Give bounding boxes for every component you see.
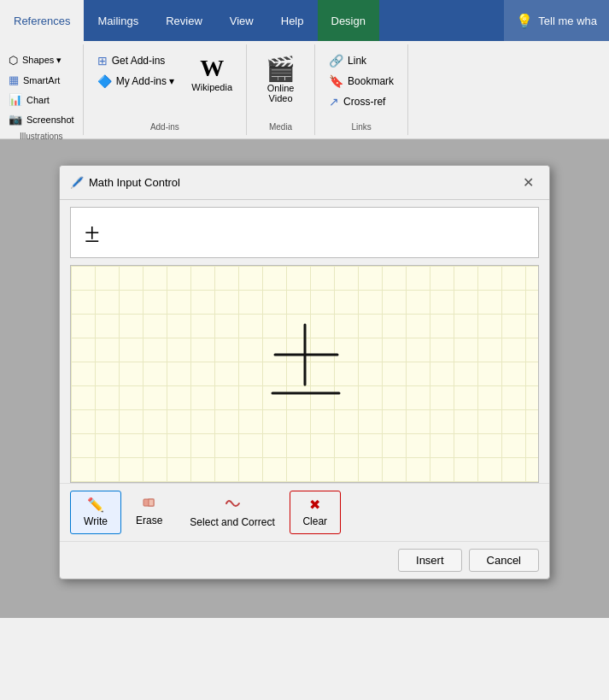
clear-icon: ✖	[309, 497, 320, 513]
tell-me-bar[interactable]: 💡 Tell me wha	[504, 0, 609, 41]
smartart-icon: ▦	[9, 74, 19, 86]
bookmark-button[interactable]: 🔖 Bookmark	[322, 72, 401, 91]
select-correct-icon	[224, 497, 241, 514]
screenshot-icon: 📷	[9, 113, 22, 126]
add-ins-label: Add-ins	[91, 119, 239, 132]
preview-symbol: ±	[85, 217, 100, 249]
close-button[interactable]: ✕	[518, 173, 539, 192]
ribbon-tabs: References Mailings Review View Help Des…	[0, 0, 609, 41]
bookmark-label: Bookmark	[348, 75, 394, 87]
select-correct-button[interactable]: Select and Correct	[177, 491, 287, 534]
write-label: Write	[84, 515, 108, 527]
links-label: Links	[322, 119, 401, 132]
write-button[interactable]: ✏️ Write	[70, 491, 121, 534]
cross-ref-label: Cross-ref	[343, 96, 385, 108]
wikipedia-label: Wikipedia	[191, 82, 232, 92]
clear-button[interactable]: ✖ Clear	[290, 491, 341, 534]
write-icon: ✏️	[87, 497, 104, 513]
insert-button[interactable]: Insert	[398, 549, 462, 572]
cross-ref-icon: ↗	[329, 95, 339, 109]
get-add-ins-label: Get Add-ins	[112, 55, 166, 67]
dialog-footer: Insert Cancel	[60, 541, 549, 579]
screenshot-button[interactable]: 📷 Screenshot	[3, 110, 79, 128]
shapes-label: Shapes ▾	[22, 55, 61, 66]
dialog-title-icon: 🖊️	[70, 176, 84, 189]
dialog-title: 🖊️ Math Input Control	[70, 176, 180, 189]
shapes-button[interactable]: ⬡ Shapes ▾	[3, 51, 79, 69]
chart-icon: 📊	[9, 93, 22, 106]
math-preview: ±	[70, 207, 539, 258]
erase-label: Erase	[136, 515, 162, 526]
dialog-title-text: Math Input Control	[89, 176, 180, 189]
clear-label: Clear	[302, 515, 327, 527]
svg-rect-4	[149, 499, 154, 506]
math-input-dialog: 🖊️ Math Input Control ✕ ± ✏️	[59, 165, 550, 579]
get-add-ins-button[interactable]: ⊞ Get Add-ins	[91, 51, 182, 70]
media-label: Media	[254, 119, 307, 132]
my-add-ins-label: My Add-ins ▾	[116, 75, 175, 87]
wikipedia-icon: W	[200, 55, 224, 82]
main-content-area: 🖊️ Math Input Control ✕ ± ✏️	[0, 139, 609, 618]
tab-view[interactable]: View	[216, 0, 267, 41]
drawn-math-symbol	[228, 308, 382, 419]
get-add-ins-icon: ⊞	[97, 54, 108, 68]
tell-me-text: Tell me wha	[538, 15, 597, 27]
bulb-icon: 💡	[516, 13, 533, 29]
cancel-button[interactable]: Cancel	[469, 549, 539, 572]
screenshot-label: Screenshot	[26, 115, 74, 125]
my-add-ins-icon: 🔷	[97, 74, 112, 88]
dialog-titlebar: 🖊️ Math Input Control ✕	[60, 166, 549, 200]
erase-icon	[142, 497, 157, 512]
tab-references[interactable]: References	[0, 0, 84, 41]
bookmark-icon: 🔖	[329, 74, 343, 88]
tab-help[interactable]: Help	[267, 0, 318, 41]
shapes-icon: ⬡	[9, 54, 18, 67]
my-add-ins-button[interactable]: 🔷 My Add-ins ▾	[91, 72, 182, 91]
link-button[interactable]: 🔗 Link	[322, 51, 401, 70]
wikipedia-button[interactable]: W Wikipedia	[184, 51, 239, 96]
illustrations-label: Illustrations	[3, 128, 79, 141]
chart-label: Chart	[26, 95, 50, 105]
select-correct-label: Select and Correct	[190, 516, 274, 528]
chart-button[interactable]: 📊 Chart	[3, 91, 79, 109]
tab-mailings[interactable]: Mailings	[84, 0, 152, 41]
online-video-icon: 🎬	[266, 55, 296, 83]
cross-ref-button[interactable]: ↗ Cross-ref	[322, 92, 401, 111]
erase-button[interactable]: Erase	[123, 491, 175, 534]
dialog-toolbar: ✏️ Write Erase Sel	[60, 483, 549, 541]
tab-review[interactable]: Review	[152, 0, 216, 41]
smartart-label: SmartArt	[23, 75, 60, 85]
smartart-button[interactable]: ▦ SmartArt	[3, 71, 79, 89]
online-video-button[interactable]: 🎬 OnlineVideo	[259, 51, 302, 107]
tab-design[interactable]: Design	[318, 0, 379, 41]
drawing-canvas[interactable]	[70, 265, 539, 483]
online-video-label: OnlineVideo	[267, 83, 295, 103]
link-icon: 🔗	[329, 54, 343, 68]
ribbon-content: ⬡ Shapes ▾ ▦ SmartArt 📊 Chart 📷 Screensh…	[0, 41, 609, 139]
link-label: Link	[348, 55, 366, 67]
